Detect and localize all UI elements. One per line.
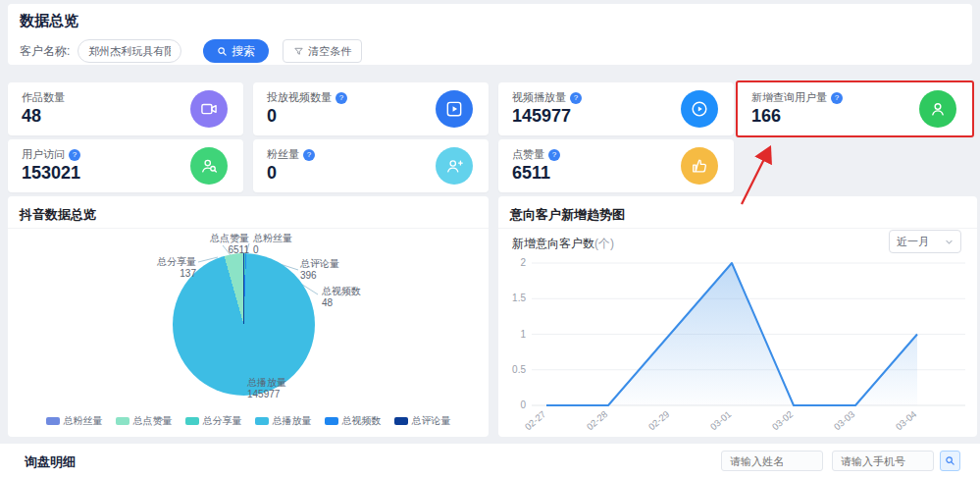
svg-text:03-03: 03-03	[832, 408, 857, 432]
pie-callout-fans: 总粉丝量0	[253, 233, 292, 256]
info-icon[interactable]: ?	[335, 92, 347, 104]
trend-subtitle: 新增意向客户数(个)	[512, 236, 614, 252]
trend-panel: 意向客户新增趋势图 新增意向客户数(个) 近一月 00.511.5202-270…	[498, 196, 977, 437]
stat-card-new-query-users: 新增查询用户量? 166	[736, 80, 974, 137]
legend-swatch	[116, 417, 129, 425]
page-title: 数据总览	[20, 12, 78, 30]
svg-text:03-02: 03-02	[770, 408, 796, 432]
stat-label: 视频播放量	[512, 90, 566, 105]
svg-text:1.5: 1.5	[512, 293, 526, 303]
stat-value: 48	[22, 106, 41, 127]
stat-value: 0	[267, 163, 277, 184]
svg-text:02-29: 02-29	[646, 408, 672, 432]
stat-label: 粉丝量	[267, 147, 299, 162]
legend-item-likes[interactable]: 总点赞量	[116, 414, 173, 428]
search-icon	[217, 46, 228, 57]
legend-swatch	[325, 417, 338, 425]
svg-text:0: 0	[520, 399, 526, 410]
legend-item-videos[interactable]: 总视频数	[325, 414, 382, 428]
pie-callout-plays: 总播放量145977	[247, 377, 286, 400]
search-button[interactable]: 搜索	[203, 39, 269, 63]
douyin-panel-title: 抖音数据总览	[20, 206, 96, 224]
stat-value: 153021	[22, 163, 80, 184]
user-plus-icon	[436, 147, 473, 185]
legend-swatch	[255, 417, 269, 425]
trend-line-chart[interactable]: 00.511.5202-2702-2802-2903-0103-0203-030…	[498, 255, 977, 437]
play-square-icon	[436, 90, 473, 128]
svg-text:1: 1	[520, 329, 526, 340]
search-toolbar: 客户名称: 搜索 清空条件	[20, 39, 362, 63]
inquiry-detail-title: 询盘明细	[25, 453, 76, 471]
svg-text:03-04: 03-04	[894, 408, 919, 432]
pie-callout-comments: 总评论量396	[300, 258, 339, 282]
thumb-up-icon	[681, 147, 718, 185]
user-search-icon	[190, 147, 228, 185]
svg-text:02-28: 02-28	[585, 408, 610, 432]
reset-button-label: 清空条件	[308, 44, 351, 59]
date-range-select[interactable]: 近一月	[889, 230, 961, 253]
stat-label: 新增查询用户量	[751, 90, 827, 105]
stat-value: 0	[267, 106, 277, 127]
phone-search-input[interactable]	[832, 451, 934, 471]
divider	[8, 228, 489, 229]
search-button-label: 搜索	[232, 43, 255, 60]
legend-item-shares[interactable]: 总分享量	[185, 414, 242, 428]
stat-value: 6511	[512, 163, 550, 184]
header-panel: 数据总览 客户名称: 搜索 清空条件	[8, 4, 972, 65]
legend-item-comments[interactable]: 总评论量	[394, 414, 451, 428]
trend-panel-title: 意向客户新增趋势图	[510, 206, 625, 224]
pie-legend: 总粉丝量 总点赞量 总分享量 总播放量 总视频数 总评论量	[8, 414, 489, 428]
stat-label: 用户访问	[22, 147, 65, 162]
video-icon	[190, 90, 228, 128]
stat-card-works: 作品数量? 48	[8, 82, 243, 135]
filter-icon	[293, 46, 304, 57]
stat-value: 145977	[512, 106, 571, 127]
legend-swatch	[46, 417, 60, 425]
stat-value: 166	[751, 106, 781, 127]
user-icon	[919, 90, 956, 128]
stat-card-user-visits: 用户访问? 153021	[8, 139, 243, 192]
svg-text:02-27: 02-27	[523, 408, 548, 432]
legend-swatch	[394, 417, 408, 425]
inquiry-detail-bar: 询盘明细	[0, 444, 980, 479]
stat-label: 投放视频数量	[267, 90, 332, 105]
inquiry-search-button[interactable]	[940, 451, 960, 471]
stat-card-likes: 点赞量? 6511	[498, 139, 734, 192]
stat-label: 点赞量	[512, 147, 544, 162]
svg-text:2: 2	[520, 257, 526, 268]
svg-text:03-01: 03-01	[708, 408, 734, 432]
divider	[498, 228, 977, 229]
info-icon[interactable]: ?	[69, 149, 80, 161]
customer-name-input[interactable]	[77, 39, 181, 63]
info-icon[interactable]: ?	[303, 149, 315, 161]
date-range-value: 近一月	[897, 235, 929, 249]
stat-label: 作品数量	[22, 90, 65, 105]
info-icon[interactable]: ?	[548, 149, 560, 161]
legend-item-fans[interactable]: 总粉丝量	[46, 414, 103, 428]
chevron-down-icon	[945, 238, 954, 246]
play-circle-icon	[681, 90, 718, 128]
reset-filters-button[interactable]: 清空条件	[283, 39, 362, 63]
name-search-input[interactable]	[721, 451, 823, 471]
legend-item-plays[interactable]: 总播放量	[255, 414, 312, 428]
stat-card-placed-videos: 投放视频数量? 0	[253, 82, 489, 135]
pie-callout-likes: 总点赞量6511	[184, 233, 249, 256]
douyin-overview-panel: 抖音数据总览 总点赞量6511 总粉丝量0 总评论量396 总视频数48 总分享…	[8, 196, 489, 437]
pie-callout-shares: 总分享量137	[128, 256, 196, 280]
stat-card-video-plays: 视频播放量? 145977	[498, 82, 734, 135]
info-icon[interactable]: ?	[831, 92, 843, 104]
stat-card-fans: 粉丝量? 0	[253, 139, 489, 192]
legend-swatch	[185, 417, 199, 425]
info-icon[interactable]: ?	[570, 92, 582, 104]
customer-name-label: 客户名称:	[20, 43, 70, 60]
pie-callout-videos: 总视频数48	[322, 286, 361, 309]
search-icon	[945, 455, 955, 466]
svg-text:0.5: 0.5	[512, 364, 526, 375]
